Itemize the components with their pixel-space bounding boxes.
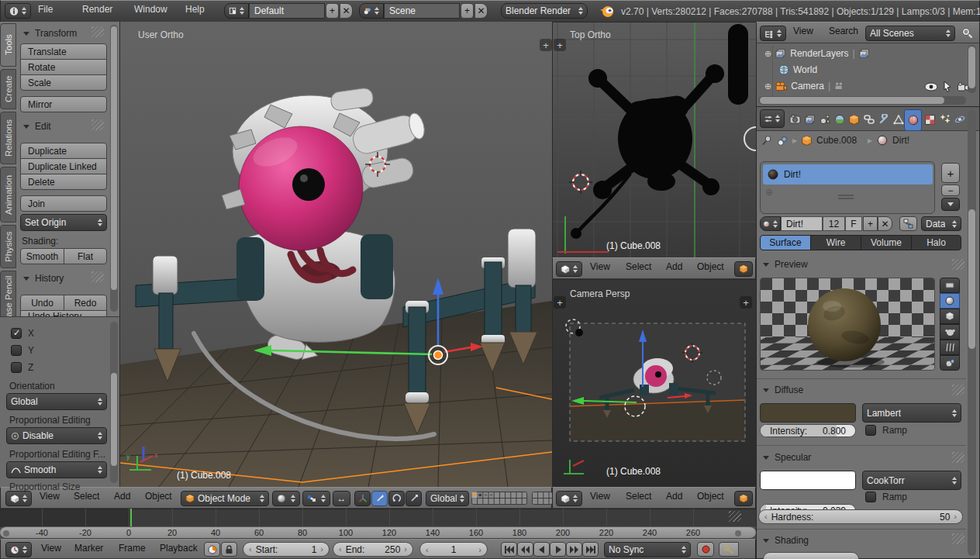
- duplicate-linked-button[interactable]: Duplicate Linked: [20, 158, 107, 174]
- start-frame-field[interactable]: ‹Start: 1›: [243, 542, 330, 557]
- renderlayers-badge-icon[interactable]: [859, 49, 870, 59]
- toolshelf-scrollbar[interactable]: [110, 25, 118, 312]
- panel-grip[interactable]: [91, 119, 104, 130]
- rotate-button[interactable]: Rotate: [20, 59, 107, 75]
- tab-modifiers[interactable]: [876, 109, 891, 129]
- orientation-dropdown[interactable]: Global: [6, 393, 107, 410]
- redo-panel-scrollbar[interactable]: [110, 322, 118, 483]
- shading-panel-header[interactable]: Shading: [763, 535, 809, 546]
- breadcrumb-material[interactable]: Dirt!: [892, 135, 909, 146]
- camera-data-icon[interactable]: [834, 81, 845, 91]
- panel-grip[interactable]: [952, 533, 964, 544]
- visibility-eye-icon[interactable]: [924, 82, 938, 91]
- decrement-arrow-icon[interactable]: ‹: [426, 545, 429, 554]
- next-keyframe-button[interactable]: [566, 542, 582, 557]
- material-slot-list[interactable]: Dirt! ⊕: [760, 161, 935, 214]
- menu-object[interactable]: Object: [145, 491, 172, 502]
- history-panel-header[interactable]: History: [23, 273, 64, 284]
- breadcrumb-object[interactable]: Cube.008: [816, 135, 857, 146]
- scrollbar-end-dot[interactable]: [3, 530, 9, 537]
- mode-selector-clipped[interactable]: [734, 261, 753, 277]
- menu-render[interactable]: Render: [82, 4, 112, 15]
- delete-button[interactable]: Delete: [20, 174, 107, 190]
- proportional-editing-dropdown[interactable]: Disable: [6, 427, 107, 444]
- tab-render-layers[interactable]: [802, 109, 817, 129]
- set-origin-dropdown[interactable]: Set Origin: [20, 214, 107, 231]
- previous-keyframe-button[interactable]: [517, 542, 533, 557]
- current-frame-playhead[interactable]: [130, 509, 132, 526]
- menu-frame[interactable]: Frame: [119, 543, 146, 554]
- specular-panel-header[interactable]: Specular: [763, 452, 811, 463]
- main-3d-viewport[interactable]: yx: [120, 22, 552, 487]
- pin-icon[interactable]: [761, 135, 772, 146]
- material-specials-button[interactable]: [941, 198, 960, 211]
- menu-select[interactable]: Select: [74, 491, 99, 502]
- selectable-cursor-icon[interactable]: [943, 81, 952, 92]
- add-material-slot-button[interactable]: +: [941, 163, 960, 183]
- scale-manipulator-button[interactable]: [405, 491, 422, 506]
- specular-ramp-toggle[interactable]: Ramp: [865, 492, 907, 502]
- preview-sphere-button[interactable]: [940, 293, 960, 309]
- search-icon[interactable]: [960, 26, 974, 40]
- outliner-filter-dropdown[interactable]: All Scenes: [865, 26, 955, 41]
- diffuse-ramp-toggle[interactable]: Ramp: [865, 425, 907, 436]
- top-ortho-viewport[interactable]: [552, 22, 756, 257]
- increment-arrow-icon[interactable]: ›: [478, 545, 481, 554]
- increment-arrow-icon[interactable]: ›: [404, 544, 407, 555]
- preview-panel-header[interactable]: Preview: [763, 259, 808, 270]
- playback-range-button[interactable]: [204, 542, 220, 557]
- toolshelf-tab-tools[interactable]: Tools: [0, 23, 16, 67]
- duplicate-button[interactable]: Duplicate: [20, 143, 107, 159]
- outliner-item-camera[interactable]: ⊕ Camera |: [764, 81, 845, 91]
- expand-icon[interactable]: ⊕: [764, 81, 771, 91]
- decrement-arrow-icon[interactable]: ‹: [339, 544, 342, 555]
- layers-grid[interactable]: [471, 492, 527, 505]
- add-screen-layout-button[interactable]: +: [326, 3, 339, 19]
- menu-view[interactable]: View: [41, 543, 61, 554]
- panel-grip[interactable]: [952, 452, 964, 463]
- scene-context-icon[interactable]: [777, 136, 788, 146]
- browse-material-button[interactable]: [760, 216, 781, 231]
- mirror-button[interactable]: Mirror: [20, 96, 107, 112]
- tab-render[interactable]: [788, 109, 802, 129]
- toolshelf-tab-create[interactable]: Create: [0, 69, 16, 109]
- preview-cube-button[interactable]: [940, 309, 960, 324]
- diffuse-color-swatch[interactable]: [760, 403, 856, 423]
- scrollbar-thumb[interactable]: [111, 373, 117, 466]
- panel-grip[interactable]: [952, 385, 964, 395]
- delete-scene-button[interactable]: ✕: [474, 3, 488, 19]
- timeline-scrub-area[interactable]: [0, 509, 756, 526]
- translate-button[interactable]: Translate: [20, 43, 107, 60]
- preview-world-button[interactable]: [940, 355, 960, 371]
- editor-type-selector[interactable]: [5, 491, 32, 506]
- panel-grip[interactable]: [952, 259, 964, 270]
- current-frame-field[interactable]: ‹ 1 ›: [419, 542, 488, 557]
- list-resize-grip[interactable]: [838, 195, 854, 196]
- expand-panel-icon[interactable]: +: [554, 39, 566, 51]
- camera-view-canvas[interactable]: [553, 280, 757, 488]
- mode-selector[interactable]: Object Mode: [181, 491, 269, 506]
- increment-arrow-icon[interactable]: ›: [954, 512, 957, 523]
- render-type-halo[interactable]: Halo: [911, 235, 961, 250]
- render-type-surface[interactable]: Surface: [760, 235, 811, 250]
- specular-color-swatch[interactable]: [760, 471, 856, 490]
- diffuse-intensity-slider[interactable]: Intensity: 0.800: [760, 424, 856, 437]
- scrollbar-thumb[interactable]: [111, 26, 117, 290]
- scrollbar-thumb[interactable]: [760, 97, 944, 104]
- menu-playback[interactable]: Playback: [160, 543, 198, 554]
- scrollbar-thumb[interactable]: [968, 209, 975, 349]
- shade-flat-button[interactable]: Flat: [64, 248, 107, 264]
- checkbox-checked-icon[interactable]: [11, 328, 22, 339]
- preview-flat-button[interactable]: [940, 278, 960, 293]
- checkbox-icon[interactable]: [865, 425, 876, 436]
- 3d-scene-canvas[interactable]: yx: [120, 22, 552, 487]
- add-slot-icon[interactable]: ⊕: [765, 187, 773, 198]
- tab-object[interactable]: [847, 109, 861, 129]
- undo-button[interactable]: Undo: [20, 295, 64, 311]
- shade-smooth-button[interactable]: Smooth: [20, 248, 64, 264]
- increment-arrow-icon[interactable]: ›: [320, 544, 323, 555]
- edit-panel-header[interactable]: Edit: [23, 121, 51, 132]
- expand-panel-icon[interactable]: +: [554, 296, 566, 309]
- toolshelf-tab-animation[interactable]: Animation: [0, 167, 16, 223]
- viewport-shading-selector[interactable]: [272, 491, 300, 506]
